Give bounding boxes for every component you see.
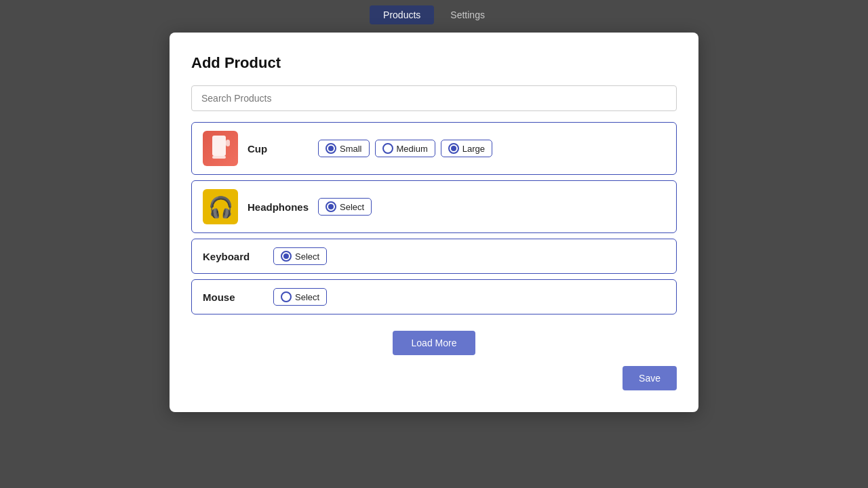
svg-rect-2 (212, 156, 226, 159)
keyboard-name: Keyboard (203, 251, 264, 262)
load-more-button[interactable]: Load More (393, 331, 476, 355)
product-row-keyboard: Keyboard Select (191, 239, 677, 274)
modal-title: Add Product (191, 54, 677, 72)
save-button[interactable]: Save (623, 366, 677, 390)
cup-options: Small Medium Large (318, 140, 492, 157)
product-row-cup: Cup Small Medium Large (191, 122, 677, 175)
product-list: Cup Small Medium Large 🎧 (191, 122, 677, 320)
headphones-options: Select (318, 198, 372, 216)
save-container: Save (191, 366, 677, 390)
headphones-image: 🎧 (203, 189, 238, 224)
cup-option-large[interactable]: Large (441, 140, 492, 157)
headphones-select-radio (326, 201, 336, 212)
keyboard-options: Select (273, 247, 327, 265)
mouse-options: Select (273, 288, 327, 306)
keyboard-select-radio (281, 251, 292, 262)
mouse-name: Mouse (203, 291, 264, 303)
cup-image (203, 131, 238, 166)
cup-medium-radio (382, 143, 393, 154)
search-input[interactable] (191, 85, 677, 111)
cup-option-small[interactable]: Small (318, 140, 370, 157)
mouse-option-select[interactable]: Select (273, 288, 327, 306)
headphones-icon: 🎧 (208, 195, 233, 219)
add-product-modal: Add Product Cup Small Medium (170, 33, 698, 412)
cup-large-radio (448, 143, 459, 154)
cup-option-medium[interactable]: Medium (375, 140, 435, 157)
mouse-select-radio (281, 291, 292, 302)
headphones-option-select[interactable]: Select (318, 198, 372, 216)
product-row-headphones: 🎧 Headphones Select (191, 180, 677, 233)
headphones-name: Headphones (248, 201, 309, 213)
tab-settings[interactable]: Settings (437, 5, 498, 24)
svg-rect-1 (226, 140, 230, 146)
top-nav: Products Settings (0, 0, 868, 30)
svg-rect-0 (212, 136, 226, 156)
cup-name: Cup (248, 143, 309, 155)
load-more-container: Load More (191, 331, 677, 355)
cup-small-radio (326, 143, 336, 154)
keyboard-option-select[interactable]: Select (273, 247, 327, 265)
tab-products[interactable]: Products (370, 5, 434, 24)
product-row-mouse: Mouse Select (191, 279, 677, 314)
